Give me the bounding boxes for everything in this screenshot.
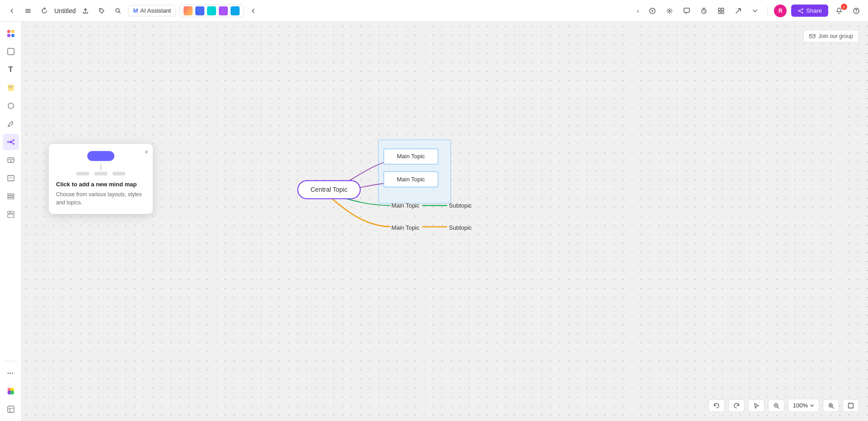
svg-rect-33 — [8, 211, 10, 213]
sidebar-item-template[interactable] — [3, 401, 19, 417]
app-icon-4[interactable] — [219, 6, 228, 15]
svg-point-24 — [9, 141, 12, 143]
nav-forward-button[interactable]: › — [634, 5, 642, 16]
svg-point-12 — [802, 8, 803, 9]
tooltip-title: Click to add a new mind map — [56, 181, 146, 188]
svg-rect-2 — [25, 12, 31, 13]
preview-stem — [100, 165, 101, 170]
zoom-out-button[interactable] — [768, 399, 784, 412]
sidebar-item-more[interactable]: ••• — [3, 365, 19, 381]
sidebar-item-table[interactable] — [3, 152, 19, 168]
sidebar-divider — [5, 361, 17, 361]
svg-rect-10 — [718, 11, 721, 14]
svg-rect-18 — [11, 30, 14, 33]
svg-point-6 — [669, 10, 670, 12]
more-dropdown-button[interactable] — [749, 6, 761, 16]
sidebar-item-mindmap[interactable] — [3, 134, 19, 150]
sidebar-item-apps[interactable] — [3, 25, 19, 42]
mindmap-svg: Central Topic Main Topic Main Topic Main… — [22, 22, 868, 421]
notification-badge: 1 — [841, 4, 847, 10]
share-label: Share — [806, 7, 822, 14]
svg-rect-0 — [25, 9, 31, 10]
cursor-button[interactable] — [748, 399, 764, 412]
main-topic-4-text: Main Topic — [392, 224, 420, 231]
app-icons-group — [179, 5, 244, 17]
arrow-up-button[interactable] — [732, 5, 745, 16]
subtopic-3-text: Subtopic — [449, 202, 472, 209]
share-button[interactable]: Share — [791, 5, 828, 17]
sidebar-item-text2[interactable] — [3, 170, 19, 186]
topbar-left: Untitled M AI Assistant — [5, 5, 631, 17]
tag-button[interactable] — [95, 5, 108, 16]
timer-button[interactable] — [698, 5, 710, 16]
svg-rect-29 — [8, 175, 14, 181]
sidebar-item-pen[interactable] — [3, 116, 19, 132]
tooltip-popup: × Click to add a new mind map Choose fro… — [49, 144, 153, 214]
laser-button[interactable] — [663, 5, 676, 16]
app-icon-1[interactable] — [184, 6, 193, 15]
svg-rect-8 — [718, 8, 721, 10]
upload-button[interactable] — [79, 5, 92, 16]
svg-rect-19 — [7, 34, 10, 37]
app-icon-5[interactable] — [231, 6, 240, 15]
menu-button[interactable] — [22, 5, 34, 16]
zoom-in-button[interactable] — [823, 399, 839, 412]
canvas-area[interactable]: Join our group × Click to add a new mind… — [22, 22, 868, 421]
app-icon-2[interactable] — [195, 6, 204, 15]
divider-1 — [767, 6, 768, 15]
tooltip-preview — [56, 151, 146, 175]
sidebar-item-grid[interactable] — [3, 206, 19, 222]
main-topic-2-text: Main Topic — [397, 176, 425, 183]
comment-button[interactable] — [680, 5, 693, 16]
undo-button[interactable] — [708, 399, 725, 412]
preview-branches — [76, 172, 125, 175]
svg-rect-1 — [25, 10, 31, 11]
sidebar-item-frame[interactable] — [3, 43, 19, 60]
svg-point-14 — [802, 12, 803, 13]
bottom-toolbar: 100% — [708, 399, 859, 412]
fit-screen-button[interactable] — [843, 399, 859, 412]
sidebar-item-list[interactable] — [3, 188, 19, 204]
back-button[interactable] — [5, 5, 18, 16]
ai-assistant-button[interactable]: M AI Assistant — [128, 5, 176, 16]
sidebar-item-text[interactable]: T — [3, 61, 19, 78]
preview-oval — [87, 151, 114, 161]
document-title[interactable]: Untitled — [54, 7, 75, 14]
sidebar-item-colors[interactable] — [3, 383, 19, 399]
collapse-toolbar-button[interactable] — [247, 6, 259, 16]
app-icon-3[interactable] — [207, 6, 216, 15]
redo-button[interactable] — [728, 399, 745, 412]
help-button[interactable] — [850, 5, 863, 16]
subtopic-4-text: Subtopic — [449, 224, 472, 231]
preview-branch-3 — [113, 172, 125, 175]
svg-rect-35 — [8, 214, 14, 218]
svg-rect-21 — [8, 48, 14, 55]
svg-point-13 — [798, 10, 800, 11]
svg-point-25 — [13, 140, 14, 141]
tooltip-close-button[interactable]: × — [145, 148, 148, 156]
svg-point-3 — [100, 9, 101, 10]
svg-rect-17 — [7, 30, 10, 33]
autosave-button[interactable] — [38, 5, 51, 16]
svg-rect-32 — [8, 198, 14, 199]
sidebar-item-shapes[interactable] — [3, 98, 19, 114]
svg-rect-31 — [8, 196, 14, 197]
insert-button[interactable] — [715, 5, 727, 16]
avatar[interactable]: R — [774, 5, 787, 17]
sidebar: T ••• — [0, 22, 22, 421]
search-button[interactable] — [112, 5, 124, 16]
svg-rect-40 — [8, 406, 14, 412]
ai-icon: M — [133, 7, 138, 14]
svg-rect-20 — [11, 34, 14, 37]
svg-point-16 — [856, 12, 857, 13]
sidebar-item-sticky[interactable] — [3, 80, 19, 96]
topbar: Untitled M AI Assistant › — [0, 0, 868, 22]
svg-rect-9 — [722, 8, 724, 10]
preview-branch-2 — [94, 172, 107, 175]
play-button[interactable] — [646, 5, 659, 16]
svg-point-39 — [10, 391, 14, 395]
main-topic-3-text: Main Topic — [392, 202, 420, 209]
notification-button-wrapper: 1 — [833, 5, 845, 16]
svg-rect-11 — [722, 11, 724, 14]
tooltip-description: Choose from various layouts, styles and … — [56, 190, 146, 207]
